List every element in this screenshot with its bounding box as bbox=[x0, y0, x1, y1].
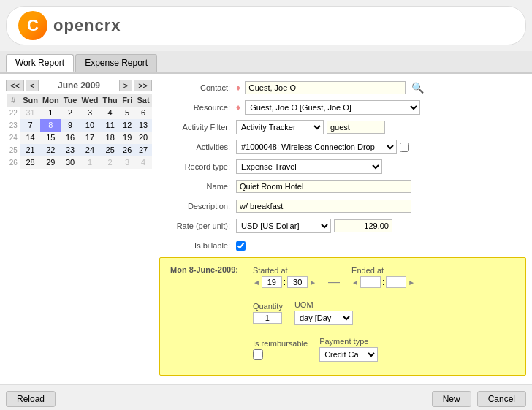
cal-week-num: 23 bbox=[7, 119, 21, 132]
cal-day[interactable]: 31 bbox=[20, 107, 40, 119]
contact-input[interactable] bbox=[245, 81, 406, 94]
activities-select[interactable]: #1000048: Wireless Connection Drop bbox=[236, 140, 397, 154]
end-next-arrow[interactable]: ► bbox=[408, 278, 415, 286]
cal-day[interactable]: 14 bbox=[20, 132, 40, 144]
rate-label: Rate (per unit): bbox=[159, 221, 236, 230]
rate-currency-select[interactable]: USD [US Dollar] bbox=[236, 219, 331, 233]
rate-amount-input[interactable] bbox=[334, 219, 392, 232]
tab-work-report[interactable]: Work Report bbox=[6, 54, 74, 72]
cal-prev-prev-button[interactable]: << bbox=[6, 80, 24, 91]
billable-checkbox[interactable] bbox=[236, 241, 246, 251]
cal-day[interactable]: 27 bbox=[135, 144, 152, 156]
cal-day[interactable]: 3 bbox=[120, 156, 135, 169]
cal-day[interactable]: 21 bbox=[20, 144, 40, 156]
activity-filter-label: Activity Filter: bbox=[159, 123, 236, 132]
end-hour-input[interactable] bbox=[360, 276, 381, 288]
cal-day[interactable]: 20 bbox=[135, 132, 152, 144]
cal-day[interactable]: 4 bbox=[135, 156, 152, 169]
cal-day[interactable]: 1 bbox=[79, 156, 100, 169]
start-prev-arrow[interactable]: ◄ bbox=[253, 278, 260, 286]
rate-row: Rate (per unit): USD [US Dollar] bbox=[159, 218, 526, 234]
activities-checkbox[interactable] bbox=[400, 143, 409, 152]
cal-day[interactable]: 4 bbox=[101, 107, 120, 119]
cal-day[interactable]: 16 bbox=[61, 132, 80, 144]
cal-day[interactable]: 11 bbox=[101, 119, 120, 132]
cal-day[interactable]: 23 bbox=[61, 144, 80, 156]
yellow-panel-title: Mon 8-June-2009: bbox=[170, 265, 238, 274]
cal-header-thu: Thu bbox=[101, 94, 120, 107]
calendar-table: #SunMonTueWedThuFriSat 22311234562378910… bbox=[6, 94, 152, 169]
start-next-arrow[interactable]: ► bbox=[309, 278, 316, 286]
time-row: Started at ◄ : ► — Ended at bbox=[253, 265, 515, 289]
cal-day[interactable]: 28 bbox=[20, 156, 40, 169]
tab-bar: Work Report Expense Report bbox=[0, 51, 532, 74]
search-icon[interactable]: 🔍 bbox=[411, 82, 424, 94]
resource-select[interactable]: Guest, Joe O [Guest, Joe O] bbox=[245, 100, 420, 115]
cal-day[interactable]: 26 bbox=[120, 144, 135, 156]
cal-week-num: 22 bbox=[7, 107, 21, 119]
time-separator: : bbox=[284, 277, 286, 287]
description-value bbox=[236, 200, 526, 213]
cal-day[interactable]: 15 bbox=[40, 132, 61, 144]
start-min-input[interactable] bbox=[287, 276, 308, 288]
description-input[interactable] bbox=[236, 200, 411, 213]
cal-next-button[interactable]: > bbox=[119, 80, 132, 91]
reimbursable-checkbox[interactable] bbox=[253, 349, 263, 360]
billable-row: Is billable: bbox=[159, 238, 526, 254]
uom-select[interactable]: day [Day bbox=[294, 311, 353, 325]
contact-value: ♦ 🔍 bbox=[236, 81, 526, 94]
name-input[interactable] bbox=[236, 180, 411, 193]
cal-day[interactable]: 30 bbox=[61, 156, 80, 169]
end-min-input[interactable] bbox=[386, 276, 406, 288]
cal-day[interactable]: 1 bbox=[40, 107, 61, 119]
cal-next-next-button[interactable]: >> bbox=[134, 80, 152, 91]
cal-day[interactable]: 2 bbox=[61, 107, 80, 119]
cal-day[interactable]: 12 bbox=[120, 119, 135, 132]
resource-label: Resource: bbox=[159, 103, 236, 112]
end-time: ◄ : ► bbox=[352, 276, 415, 288]
started-label: Started at bbox=[253, 266, 288, 275]
cal-day[interactable]: 7 bbox=[20, 119, 40, 132]
form-panel: Contact: ♦ 🔍 Resource: ♦ Guest, Joe O [G… bbox=[159, 80, 526, 379]
cal-header-sun: Sun bbox=[20, 94, 40, 107]
cal-prev-button[interactable]: < bbox=[26, 80, 39, 91]
cal-day[interactable]: 19 bbox=[120, 132, 135, 144]
start-hour-input[interactable] bbox=[262, 276, 282, 288]
activities-value: #1000048: Wireless Connection Drop bbox=[236, 140, 526, 154]
cal-day[interactable]: 22 bbox=[40, 144, 61, 156]
quantity-group: Quantity bbox=[253, 302, 283, 324]
cal-day[interactable]: 9 bbox=[61, 119, 80, 132]
activity-filter-select[interactable]: Activity Tracker bbox=[236, 120, 324, 134]
cal-day[interactable]: 17 bbox=[79, 132, 100, 144]
cal-day[interactable]: 25 bbox=[101, 144, 120, 156]
cal-day[interactable]: 13 bbox=[135, 119, 152, 132]
record-type-value: Expense Travel bbox=[236, 159, 526, 174]
activity-filter-extra[interactable] bbox=[327, 121, 385, 134]
cal-day[interactable]: 10 bbox=[79, 119, 100, 132]
cal-day[interactable]: 29 bbox=[40, 156, 61, 169]
ended-at-group: Ended at ◄ : ► bbox=[352, 266, 415, 288]
cal-day[interactable]: 6 bbox=[135, 107, 152, 119]
cal-day[interactable]: 3 bbox=[79, 107, 100, 119]
cal-day[interactable]: 24 bbox=[79, 144, 100, 156]
description-row: Description: bbox=[159, 198, 526, 214]
payment-type-select[interactable]: Credit Ca bbox=[319, 347, 378, 362]
quantity-input[interactable] bbox=[253, 312, 282, 324]
activities-row: Activities: #1000048: Wireless Connectio… bbox=[159, 139, 526, 155]
cal-day[interactable]: 18 bbox=[101, 132, 120, 144]
cal-day[interactable]: 2 bbox=[101, 156, 120, 169]
cal-day[interactable]: 8 bbox=[40, 119, 61, 132]
reload-button[interactable]: Reload bbox=[6, 391, 56, 407]
cancel-button[interactable]: Cancel bbox=[477, 391, 526, 407]
cal-day[interactable]: 5 bbox=[120, 107, 135, 119]
description-label: Description: bbox=[159, 202, 236, 210]
record-type-select[interactable]: Expense Travel bbox=[236, 159, 382, 174]
contact-row: Contact: ♦ 🔍 bbox=[159, 80, 526, 96]
end-prev-arrow[interactable]: ◄ bbox=[352, 278, 359, 286]
cal-header-fri: Fri bbox=[120, 94, 135, 107]
contact-label: Contact: bbox=[159, 83, 236, 92]
cal-header-mon: Mon bbox=[40, 94, 61, 107]
app-title: opencrx bbox=[53, 16, 121, 35]
tab-expense-report[interactable]: Expense Report bbox=[75, 54, 157, 72]
new-button[interactable]: New bbox=[432, 391, 471, 407]
